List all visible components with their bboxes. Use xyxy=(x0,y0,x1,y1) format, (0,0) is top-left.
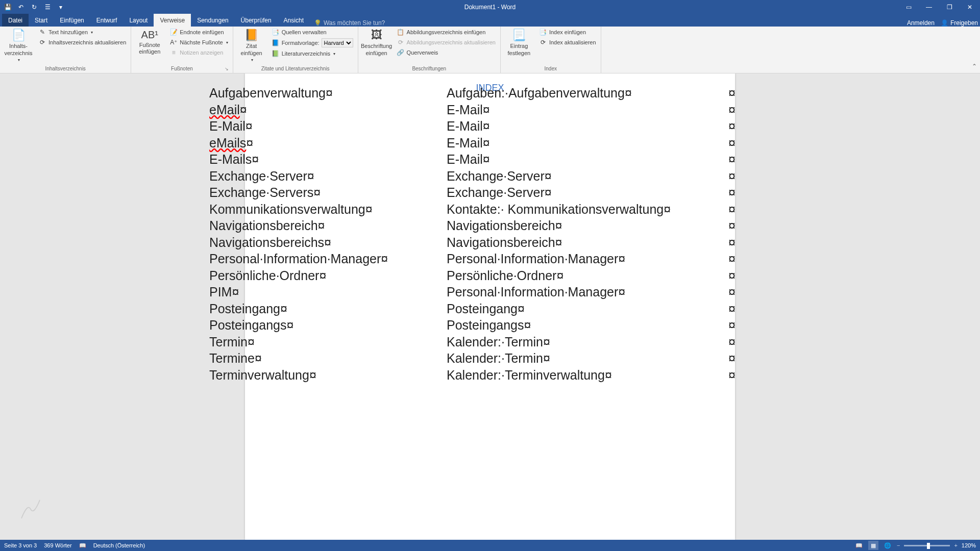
toc-button[interactable]: 📄 Inhalts- verzeichnis ▾ xyxy=(3,28,34,63)
group-label-citations: Zitate und Literaturverzeichnis xyxy=(236,66,355,72)
undo-button[interactable]: ↶ xyxy=(15,2,27,13)
tab-verweise[interactable]: Verweise xyxy=(154,14,191,27)
table-row: Terminverwaltung¤Kalender:·Terminverwalt… xyxy=(204,367,745,384)
group-label-footnotes: Fußnoten↘ xyxy=(134,66,229,72)
redo-icon: ↻ xyxy=(32,4,37,11)
tab-sendungen[interactable]: Sendungen xyxy=(191,14,234,27)
manage-sources-icon: 📑 xyxy=(272,28,280,36)
show-notes-icon: ≡ xyxy=(169,48,178,57)
close-button[interactable]: ✕ xyxy=(960,0,980,14)
tab-ansicht[interactable]: Ansicht xyxy=(278,14,310,27)
table-row: eMails¤E-Mail¤¤ xyxy=(204,135,745,152)
web-layout-button[interactable]: 🌐 xyxy=(883,541,893,550)
ribbon-options-icon: ▭ xyxy=(906,4,912,11)
table-row: Termin¤Kalender:·Termin¤¤ xyxy=(204,334,745,350)
zoom-in-button[interactable]: + xyxy=(954,542,957,548)
citation-style-select[interactable]: Harvard xyxy=(322,38,353,47)
insert-caption-button[interactable]: 🖼 Beschriftung einfügen xyxy=(361,28,392,58)
save-button[interactable]: 💾 xyxy=(2,2,13,13)
table-row: Personal·Information·Manager¤Personal·In… xyxy=(204,251,745,267)
page-number[interactable]: Seite 3 von 3 xyxy=(4,542,37,548)
tab-überprüfen[interactable]: Überprüfen xyxy=(235,14,278,27)
print-layout-button[interactable]: ▦ xyxy=(868,541,878,550)
insert-citation-button[interactable]: 📙 Zitat einfügen ▾ xyxy=(236,28,267,63)
table-row: Kommunikationsverwaltung¤Kontakte:· Komm… xyxy=(204,201,745,218)
next-footnote-icon: A⁺ xyxy=(169,38,178,46)
citation-icon: 📙 xyxy=(244,29,258,42)
qat-customize-button[interactable]: ▾ xyxy=(55,2,66,13)
save-icon: 💾 xyxy=(4,4,12,11)
group-footnotes: AB¹ Fußnote einfügen 📝Endnote einfügen A… xyxy=(131,27,233,73)
ribbon-tabs: Datei StartEinfügenEntwurfLayoutVerweise… xyxy=(0,14,980,27)
tell-me-search[interactable]: 💡 Was möchten Sie tun? xyxy=(310,19,385,27)
next-footnote-button[interactable]: A⁺Nächste Fußnote▾ xyxy=(168,38,229,47)
document-area[interactable]: INDEX Aufgabenverwaltung¤Aufgaben:·Aufga… xyxy=(0,73,980,540)
minimize-button[interactable]: — xyxy=(919,0,939,14)
statusbar: Seite 3 von 3 369 Wörter 📖 Deutsch (Öste… xyxy=(0,540,980,551)
tab-file[interactable]: Datei xyxy=(2,14,29,27)
maximize-button[interactable]: ❐ xyxy=(939,0,960,14)
table-row: Aufgabenverwaltung¤Aufgaben:·Aufgabenver… xyxy=(204,85,745,102)
tab-layout[interactable]: Layout xyxy=(123,14,154,27)
ribbon: 📄 Inhalts- verzeichnis ▾ ✎Text hinzufüge… xyxy=(0,27,980,73)
toc-icon: 📄 xyxy=(12,29,26,42)
update-toc-button[interactable]: ⟳Inhaltsverzeichnis aktualisieren xyxy=(37,38,128,47)
caption-icon: 🖼 xyxy=(371,29,382,42)
signin-link[interactable]: Anmelden xyxy=(907,19,935,27)
insert-footnote-button[interactable]: AB¹ Fußnote einfügen xyxy=(134,28,165,56)
page[interactable]: INDEX Aufgabenverwaltung¤Aufgaben:·Aufga… xyxy=(245,73,735,540)
citation-style-row: 📘Formatvorlage: Harvard xyxy=(270,38,355,48)
tab-entwurf[interactable]: Entwurf xyxy=(90,14,124,27)
insert-index-button[interactable]: 📑Index einfügen xyxy=(537,28,598,37)
insert-index-icon: 📑 xyxy=(539,28,547,36)
zoom-slider[interactable] xyxy=(904,545,950,546)
minimize-icon: — xyxy=(926,4,932,11)
bibliography-icon: 📗 xyxy=(272,49,280,58)
touch-icon: ☰ xyxy=(45,4,51,11)
table-row: eMail¤E-Mail¤¤ xyxy=(204,102,745,118)
group-label-captions: Beschriftungen xyxy=(361,66,497,72)
group-index: 📃 Eintrag festlegen 📑Index einfügen ⟳Ind… xyxy=(501,27,601,73)
refresh-icon: ⟳ xyxy=(397,38,405,46)
share-icon: 👤 xyxy=(941,19,948,27)
word-count[interactable]: 369 Wörter xyxy=(44,542,71,548)
style-icon: 📘 xyxy=(272,39,280,47)
close-icon: ✕ xyxy=(967,4,972,11)
zoom-out-button[interactable]: − xyxy=(897,542,900,548)
mark-entry-button[interactable]: 📃 Eintrag festlegen xyxy=(504,28,534,58)
update-figures-button: ⟳Abbildungsverzeichnis aktualisieren xyxy=(395,38,497,47)
watermark-icon xyxy=(15,494,46,524)
bibliography-button[interactable]: 📗Literaturverzeichnis▾ xyxy=(270,49,355,58)
table-row: E-Mails¤E-Mail¤¤ xyxy=(204,151,745,168)
manage-sources-button[interactable]: 📑Quellen verwalten xyxy=(270,28,355,37)
add-text-button[interactable]: ✎Text hinzufügen▾ xyxy=(37,28,128,37)
insert-endnote-button[interactable]: 📝Endnote einfügen xyxy=(168,28,229,37)
table-row: Navigationsbereich¤Navigationsbereich¤¤ xyxy=(204,217,745,234)
ribbon-display-options[interactable]: ▭ xyxy=(898,0,919,14)
refresh-icon: ⟳ xyxy=(539,38,547,46)
chevron-down-icon: ▾ xyxy=(18,58,20,63)
search-placeholder: Was möchten Sie tun? xyxy=(324,19,385,27)
zoom-level[interactable]: 120% xyxy=(962,542,976,548)
crossref-icon: 🔗 xyxy=(397,48,405,57)
table-row: PIM¤Personal·Information·Manager¤¤ xyxy=(204,284,745,300)
touch-mode-button[interactable]: ☰ xyxy=(42,2,53,13)
share-button[interactable]: 👤Freigeben xyxy=(941,19,978,27)
endnote-icon: 📝 xyxy=(169,28,178,36)
tab-start[interactable]: Start xyxy=(29,14,54,27)
titlebar: 💾 ↶ ↻ ☰ ▾ Dokument1 - Word ▭ — ❐ ✕ xyxy=(0,0,980,14)
table-row: Termine¤Kalender:·Termin¤¤ xyxy=(204,350,745,367)
crossref-button[interactable]: 🔗Querverweis xyxy=(395,48,497,57)
table-row: Posteingang¤Posteingang¤¤ xyxy=(204,300,745,317)
language[interactable]: Deutsch (Österreich) xyxy=(93,542,145,548)
spellcheck-icon[interactable]: 📖 xyxy=(79,542,86,549)
update-index-button[interactable]: ⟳Index aktualisieren xyxy=(537,38,598,47)
read-mode-button[interactable]: 📖 xyxy=(854,541,864,550)
group-toc: 📄 Inhalts- verzeichnis ▾ ✎Text hinzufüge… xyxy=(0,27,131,73)
collapse-ribbon-button[interactable]: ⌃ xyxy=(972,63,977,70)
tab-einfügen[interactable]: Einfügen xyxy=(54,14,90,27)
redo-button[interactable]: ↻ xyxy=(29,2,40,13)
insert-figures-button[interactable]: 📋Abbildungsverzeichnis einfügen xyxy=(395,28,497,37)
footnote-icon: AB¹ xyxy=(141,29,158,41)
footnotes-launcher[interactable]: ↘ xyxy=(225,66,229,71)
